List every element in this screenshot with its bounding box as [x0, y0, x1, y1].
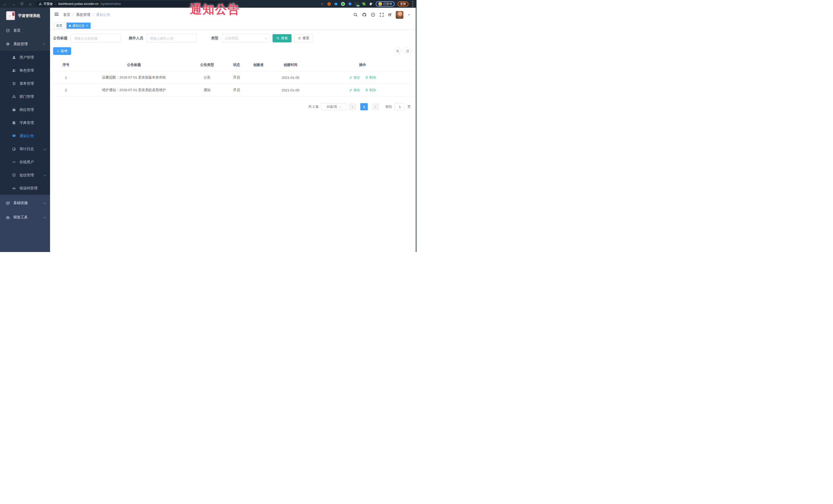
operator-input[interactable] — [146, 34, 197, 43]
menu-tree-icon — [12, 81, 16, 86]
edit-label: 修改 — [353, 88, 360, 92]
chevron-down-icon — [43, 147, 46, 150]
browser-update-button[interactable]: 更新 — [398, 1, 408, 7]
reload-icon[interactable] — [20, 2, 24, 6]
filter-form: 公告标题 操作人员 类型 公告类型 搜索 重置 — [53, 33, 413, 43]
sidebar-item-audit-log[interactable]: 审计日志 — [0, 142, 50, 155]
sidebar-item-notices[interactable]: 通知公告 — [0, 129, 50, 142]
breadcrumb-system[interactable]: 系统管理 — [76, 13, 90, 17]
show-search-toggle-button[interactable] — [394, 47, 401, 55]
extension-icon-green-circle[interactable] — [341, 2, 345, 6]
users-icon — [12, 69, 16, 73]
search-button[interactable]: 搜索 — [272, 34, 291, 42]
add-button[interactable]: + 新增 — [53, 47, 71, 55]
online-icon — [12, 160, 16, 164]
github-icon[interactable] — [362, 13, 366, 17]
app-logo-row[interactable]: 芋道管理系统 — [0, 8, 50, 24]
help-icon[interactable]: ? — [371, 13, 375, 17]
pencil-icon — [349, 76, 352, 79]
select-caret-icon — [265, 37, 267, 39]
sidebar-item-roles[interactable]: 角色管理 — [0, 64, 50, 77]
breadcrumb-separator: / — [73, 13, 74, 17]
sidebar-item-label: 菜单管理 — [20, 81, 34, 86]
extension-icon-green-leaf[interactable] — [362, 2, 366, 6]
sidebar-item-label: 短信管理 — [20, 173, 34, 177]
sidebar-top-section: 芋道管理系统 首页 系统管理 — [0, 8, 50, 51]
megaphone-icon — [12, 134, 16, 138]
next-page-button[interactable]: › — [372, 103, 379, 110]
briefcase-icon — [12, 108, 16, 112]
tab-notices[interactable]: 通知公告 × — [67, 23, 91, 29]
cell-title: 温馨提醒：2018-07-01 若依新版本发布啦 — [79, 71, 189, 83]
back-icon[interactable]: ← — [3, 2, 7, 6]
notice-title-input[interactable] — [71, 34, 121, 43]
sidebar-item-error-codes[interactable]: </> 错误码管理 — [0, 182, 50, 195]
org-icon — [12, 95, 16, 99]
reset-button[interactable]: 重置 — [294, 34, 313, 42]
sidebar-item-infrastructure[interactable]: 基础设施 — [0, 196, 50, 210]
extension-icon-blue-gem[interactable] — [348, 2, 352, 6]
fullscreen-icon[interactable] — [380, 13, 384, 17]
toolbox-icon — [6, 215, 10, 219]
browser-menu-kebab-icon[interactable]: ••• — [411, 1, 414, 7]
goto-page-input[interactable] — [395, 103, 405, 110]
extension-icon-blue-pin[interactable] — [334, 2, 338, 6]
table-row: 1 温馨提醒：2018-07-01 若依新版本发布啦 公告 开启 2021-01… — [53, 71, 413, 83]
breadcrumb-home[interactable]: 首页 — [63, 13, 70, 17]
current-page-button[interactable]: 1 — [360, 103, 368, 110]
delete-label: 删除 — [369, 88, 376, 92]
home-icon[interactable]: ⌂ — [28, 2, 32, 6]
cell-no: 1 — [53, 72, 79, 83]
extensions-puzzle-icon[interactable] — [369, 2, 373, 6]
tab-home[interactable]: 首页 — [54, 23, 65, 29]
browser-nav-buttons: ← → ⌂ — [3, 2, 32, 6]
col-header-title: 公告标题 — [79, 59, 189, 71]
table-toolbar: + 新增 — [53, 47, 413, 55]
delete-button[interactable]: 删除 — [365, 75, 376, 80]
update-label: 更新 — [400, 2, 406, 6]
page-size-value: 10条/页 — [327, 105, 337, 109]
sidebar-item-label: 通知公告 — [20, 134, 34, 138]
browser-toolbar: ← → ⌂ 不安全 dashboard.yudao.iocoder.cn/sys… — [0, 0, 416, 8]
pencil-icon — [349, 89, 352, 92]
sidebar-item-departments[interactable]: 部门管理 — [0, 90, 50, 103]
sidebar-item-home[interactable]: 首页 — [0, 24, 50, 37]
sidebar-item-system[interactable]: 系统管理 — [0, 37, 50, 51]
sidebar-item-dev-tools[interactable]: 研发工具 — [0, 210, 50, 224]
browser-profile-chip[interactable]: 已暂停 — [376, 1, 395, 7]
forward-icon[interactable]: → — [11, 2, 16, 6]
search-icon[interactable] — [353, 13, 358, 17]
extension-icon-orange-ring[interactable] — [327, 2, 331, 6]
sidebar-item-dicts[interactable]: 字典管理 — [0, 116, 50, 129]
sidebar-item-label: 岗位管理 — [20, 107, 34, 112]
delete-button[interactable]: 删除 — [365, 88, 376, 92]
prev-page-button[interactable]: ‹ — [349, 103, 356, 110]
extension-icon-switch-on[interactable]: on — [355, 2, 359, 6]
type-label: 类型 — [211, 36, 218, 41]
notice-title-label: 公告标题 — [53, 36, 68, 41]
bookmark-star-icon[interactable]: ☆ — [320, 2, 324, 6]
font-size-icon[interactable]: tT — [388, 13, 391, 17]
sidebar-item-sms[interactable]: 短信管理 — [0, 169, 50, 182]
edit-button[interactable]: 修改 — [349, 75, 360, 80]
code-icon: </> — [12, 186, 16, 190]
sidebar-item-posts[interactable]: 岗位管理 — [0, 103, 50, 116]
sidebar-item-menus[interactable]: 菜单管理 — [0, 77, 50, 90]
url-bar[interactable]: 不安全 dashboard.yudao.iocoder.cn/system/no… — [36, 1, 231, 7]
refresh-table-button[interactable] — [404, 47, 411, 55]
user-avatar[interactable] — [396, 11, 403, 19]
trash-icon — [365, 89, 368, 92]
close-tab-icon[interactable]: × — [86, 24, 88, 27]
type-select[interactable]: 公告类型 — [222, 34, 269, 43]
page-size-select[interactable]: 10条/页 — [321, 103, 346, 110]
sidebar-collapse-icon[interactable] — [54, 12, 59, 18]
tab-label: 首页 — [56, 24, 62, 28]
sidebar-bottom-section: 基础设施 研发工具 — [0, 195, 50, 224]
user-menu-caret-icon[interactable]: ▼ — [408, 14, 410, 16]
omnibox-divider — [55, 2, 56, 5]
edit-button[interactable]: 修改 — [349, 88, 360, 92]
plus-icon: + — [57, 49, 59, 53]
sidebar-item-users[interactable]: 用户管理 — [0, 51, 50, 64]
sidebar-item-online-users[interactable]: 在线用户 — [0, 155, 50, 169]
svg-text:?: ? — [372, 14, 374, 16]
